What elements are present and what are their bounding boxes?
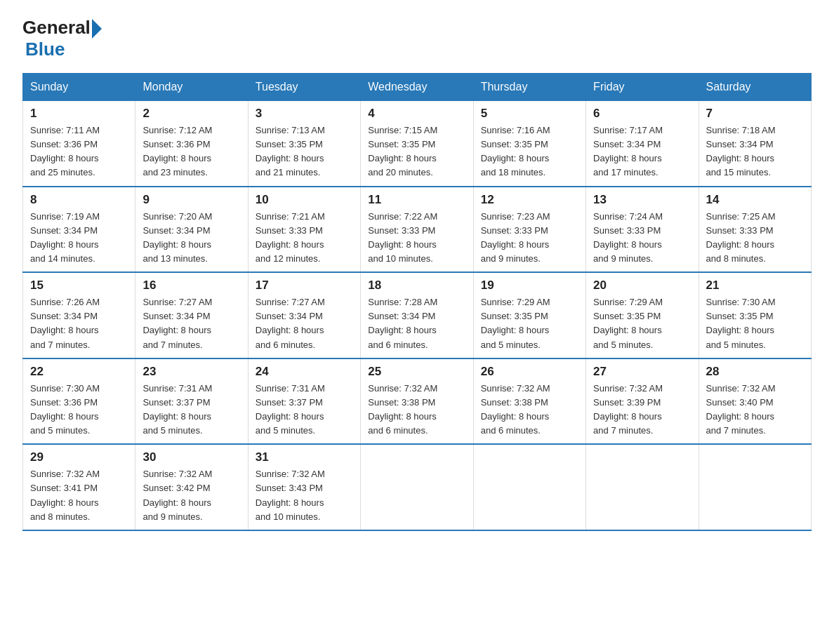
calendar-cell: 8Sunrise: 7:19 AMSunset: 3:34 PMDaylight…: [23, 187, 135, 273]
calendar-table: SundayMondayTuesdayWednesdayThursdayFrid…: [22, 73, 812, 531]
day-number: 10: [256, 193, 353, 207]
day-info: Sunrise: 7:32 AMSunset: 3:43 PMDaylight:…: [256, 467, 353, 524]
calendar-cell: 3Sunrise: 7:13 AMSunset: 3:35 PMDaylight…: [248, 101, 360, 187]
calendar-cell: 15Sunrise: 7:26 AMSunset: 3:34 PMDayligh…: [23, 272, 135, 358]
day-number: 1: [30, 107, 128, 121]
calendar-cell: 1Sunrise: 7:11 AMSunset: 3:36 PMDaylight…: [23, 101, 135, 187]
day-number: 23: [143, 365, 240, 379]
calendar-cell: 18Sunrise: 7:28 AMSunset: 3:34 PMDayligh…: [361, 272, 473, 358]
calendar-cell: 13Sunrise: 7:24 AMSunset: 3:33 PMDayligh…: [586, 187, 699, 273]
calendar-cell: 2Sunrise: 7:12 AMSunset: 3:36 PMDaylight…: [135, 101, 248, 187]
day-number: 19: [481, 279, 578, 293]
day-number: 2: [143, 107, 240, 121]
day-number: 17: [256, 279, 353, 293]
day-number: 21: [706, 279, 804, 293]
day-number: 28: [706, 365, 804, 379]
day-number: 29: [30, 450, 128, 464]
day-number: 22: [30, 365, 128, 379]
calendar-cell: [699, 444, 811, 530]
calendar-cell: 11Sunrise: 7:22 AMSunset: 3:33 PMDayligh…: [361, 187, 473, 273]
calendar-cell: [361, 444, 473, 530]
day-info: Sunrise: 7:29 AMSunset: 3:35 PMDaylight:…: [593, 295, 691, 352]
weekday-header: Thursday: [473, 74, 585, 101]
calendar-cell: 16Sunrise: 7:27 AMSunset: 3:34 PMDayligh…: [135, 272, 248, 358]
calendar-cell: 6Sunrise: 7:17 AMSunset: 3:34 PMDaylight…: [586, 101, 699, 187]
day-info: Sunrise: 7:30 AMSunset: 3:35 PMDaylight:…: [706, 295, 804, 352]
day-info: Sunrise: 7:19 AMSunset: 3:34 PMDaylight:…: [30, 210, 128, 267]
day-info: Sunrise: 7:31 AMSunset: 3:37 PMDaylight:…: [143, 382, 240, 438]
calendar-cell: 14Sunrise: 7:25 AMSunset: 3:33 PMDayligh…: [699, 187, 811, 273]
day-info: Sunrise: 7:30 AMSunset: 3:36 PMDaylight:…: [30, 382, 128, 438]
day-info: Sunrise: 7:13 AMSunset: 3:35 PMDaylight:…: [256, 123, 353, 180]
weekday-header-row: SundayMondayTuesdayWednesdayThursdayFrid…: [23, 74, 812, 101]
day-info: Sunrise: 7:20 AMSunset: 3:34 PMDaylight:…: [143, 210, 240, 267]
day-info: Sunrise: 7:22 AMSunset: 3:33 PMDaylight:…: [368, 210, 465, 267]
calendar-week-row: 22Sunrise: 7:30 AMSunset: 3:36 PMDayligh…: [23, 358, 812, 445]
calendar-header: SundayMondayTuesdayWednesdayThursdayFrid…: [23, 74, 812, 101]
calendar-cell: 5Sunrise: 7:16 AMSunset: 3:35 PMDaylight…: [473, 101, 585, 187]
day-number: 7: [706, 107, 804, 121]
calendar-week-row: 29Sunrise: 7:32 AMSunset: 3:41 PMDayligh…: [23, 444, 812, 530]
day-info: Sunrise: 7:24 AMSunset: 3:33 PMDaylight:…: [593, 210, 691, 267]
calendar-cell: 12Sunrise: 7:23 AMSunset: 3:33 PMDayligh…: [473, 187, 585, 273]
day-number: 31: [256, 450, 353, 464]
day-number: 4: [368, 107, 465, 121]
day-number: 13: [593, 193, 691, 207]
day-number: 24: [256, 365, 353, 379]
weekday-header: Monday: [135, 74, 248, 101]
day-info: Sunrise: 7:16 AMSunset: 3:35 PMDaylight:…: [481, 123, 578, 180]
day-info: Sunrise: 7:32 AMSunset: 3:40 PMDaylight:…: [706, 382, 804, 438]
day-number: 9: [143, 193, 240, 207]
logo: General Blue: [22, 17, 102, 60]
day-number: 26: [481, 365, 578, 379]
calendar-cell: 25Sunrise: 7:32 AMSunset: 3:38 PMDayligh…: [361, 358, 473, 445]
day-info: Sunrise: 7:32 AMSunset: 3:41 PMDaylight:…: [30, 467, 128, 524]
day-number: 15: [30, 279, 128, 293]
day-info: Sunrise: 7:29 AMSunset: 3:35 PMDaylight:…: [481, 295, 578, 352]
day-info: Sunrise: 7:11 AMSunset: 3:36 PMDaylight:…: [30, 123, 128, 180]
calendar-cell: 19Sunrise: 7:29 AMSunset: 3:35 PMDayligh…: [473, 272, 585, 358]
day-info: Sunrise: 7:28 AMSunset: 3:34 PMDaylight:…: [368, 295, 465, 352]
calendar-cell: 9Sunrise: 7:20 AMSunset: 3:34 PMDaylight…: [135, 187, 248, 273]
calendar-cell: 27Sunrise: 7:32 AMSunset: 3:39 PMDayligh…: [586, 358, 699, 445]
day-info: Sunrise: 7:18 AMSunset: 3:34 PMDaylight:…: [706, 123, 804, 180]
day-info: Sunrise: 7:27 AMSunset: 3:34 PMDaylight:…: [256, 295, 353, 352]
weekday-header: Saturday: [699, 74, 811, 101]
calendar-cell: 4Sunrise: 7:15 AMSunset: 3:35 PMDaylight…: [361, 101, 473, 187]
weekday-header: Tuesday: [248, 74, 360, 101]
day-number: 14: [706, 193, 804, 207]
calendar-cell: 17Sunrise: 7:27 AMSunset: 3:34 PMDayligh…: [248, 272, 360, 358]
day-info: Sunrise: 7:27 AMSunset: 3:34 PMDaylight:…: [143, 295, 240, 352]
calendar-cell: 20Sunrise: 7:29 AMSunset: 3:35 PMDayligh…: [586, 272, 699, 358]
logo-blue: Blue: [25, 39, 102, 60]
calendar-cell: [473, 444, 585, 530]
calendar-cell: 24Sunrise: 7:31 AMSunset: 3:37 PMDayligh…: [248, 358, 360, 445]
day-number: 27: [593, 365, 691, 379]
day-number: 20: [593, 279, 691, 293]
calendar-week-row: 8Sunrise: 7:19 AMSunset: 3:34 PMDaylight…: [23, 187, 812, 273]
day-number: 5: [481, 107, 578, 121]
calendar-cell: 30Sunrise: 7:32 AMSunset: 3:42 PMDayligh…: [135, 444, 248, 530]
day-number: 8: [30, 193, 128, 207]
day-info: Sunrise: 7:31 AMSunset: 3:37 PMDaylight:…: [256, 382, 353, 438]
calendar-cell: 7Sunrise: 7:18 AMSunset: 3:34 PMDaylight…: [699, 101, 811, 187]
calendar-week-row: 15Sunrise: 7:26 AMSunset: 3:34 PMDayligh…: [23, 272, 812, 358]
calendar-body: 1Sunrise: 7:11 AMSunset: 3:36 PMDaylight…: [23, 101, 812, 530]
calendar-cell: 21Sunrise: 7:30 AMSunset: 3:35 PMDayligh…: [699, 272, 811, 358]
calendar-cell: 23Sunrise: 7:31 AMSunset: 3:37 PMDayligh…: [135, 358, 248, 445]
day-info: Sunrise: 7:23 AMSunset: 3:33 PMDaylight:…: [481, 210, 578, 267]
day-info: Sunrise: 7:15 AMSunset: 3:35 PMDaylight:…: [368, 123, 465, 180]
weekday-header: Sunday: [23, 74, 135, 101]
calendar-cell: 10Sunrise: 7:21 AMSunset: 3:33 PMDayligh…: [248, 187, 360, 273]
calendar-cell: 29Sunrise: 7:32 AMSunset: 3:41 PMDayligh…: [23, 444, 135, 530]
calendar-cell: 26Sunrise: 7:32 AMSunset: 3:38 PMDayligh…: [473, 358, 585, 445]
weekday-header: Friday: [586, 74, 699, 101]
day-info: Sunrise: 7:21 AMSunset: 3:33 PMDaylight:…: [256, 210, 353, 267]
day-info: Sunrise: 7:32 AMSunset: 3:38 PMDaylight:…: [481, 382, 578, 438]
page-header: General Blue: [22, 17, 812, 60]
calendar-week-row: 1Sunrise: 7:11 AMSunset: 3:36 PMDaylight…: [23, 101, 812, 187]
calendar-cell: [586, 444, 699, 530]
day-info: Sunrise: 7:32 AMSunset: 3:42 PMDaylight:…: [143, 467, 240, 524]
logo-arrow-icon: [92, 19, 102, 39]
calendar-cell: 31Sunrise: 7:32 AMSunset: 3:43 PMDayligh…: [248, 444, 360, 530]
